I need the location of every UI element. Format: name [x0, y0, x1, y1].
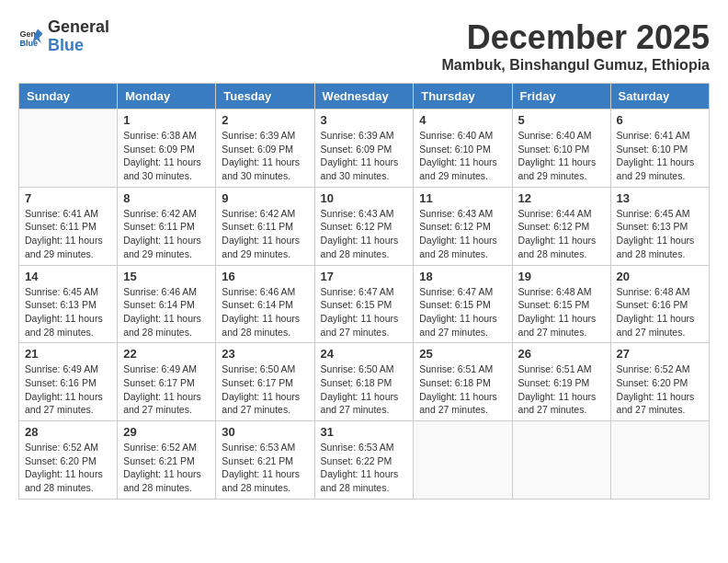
- day-info: Sunrise: 6:42 AM Sunset: 6:11 PM Dayligh…: [222, 207, 308, 261]
- calendar-cell: 2Sunrise: 6:39 AM Sunset: 6:09 PM Daylig…: [216, 109, 314, 188]
- day-number: 25: [419, 347, 506, 361]
- calendar-cell: 14Sunrise: 6:45 AM Sunset: 6:13 PM Dayli…: [19, 265, 118, 343]
- day-info: Sunrise: 6:42 AM Sunset: 6:11 PM Dayligh…: [123, 207, 210, 261]
- day-info: Sunrise: 6:41 AM Sunset: 6:11 PM Dayligh…: [25, 207, 111, 261]
- day-info: Sunrise: 6:48 AM Sunset: 6:15 PM Dayligh…: [518, 285, 605, 339]
- day-info: Sunrise: 6:46 AM Sunset: 6:14 PM Dayligh…: [222, 285, 308, 339]
- day-number: 4: [419, 113, 506, 127]
- day-number: 28: [25, 425, 111, 439]
- calendar-cell: 3Sunrise: 6:39 AM Sunset: 6:09 PM Daylig…: [314, 109, 414, 188]
- day-number: 20: [617, 270, 703, 283]
- day-number: 9: [222, 191, 308, 205]
- day-info: Sunrise: 6:51 AM Sunset: 6:18 PM Dayligh…: [419, 362, 506, 417]
- calendar-header-row: SundayMondayTuesdayWednesdayThursdayFrid…: [19, 84, 710, 109]
- calendar-cell: 31Sunrise: 6:53 AM Sunset: 6:22 PM Dayli…: [314, 421, 414, 500]
- day-info: Sunrise: 6:47 AM Sunset: 6:15 PM Dayligh…: [321, 285, 408, 339]
- calendar-header-tuesday: Tuesday: [216, 84, 314, 109]
- day-info: Sunrise: 6:50 AM Sunset: 6:17 PM Dayligh…: [222, 362, 308, 417]
- calendar-cell: 21Sunrise: 6:49 AM Sunset: 6:16 PM Dayli…: [19, 343, 118, 421]
- day-number: 1: [123, 113, 210, 127]
- calendar-cell: 24Sunrise: 6:50 AM Sunset: 6:18 PM Dayli…: [314, 343, 414, 421]
- day-number: 15: [123, 270, 210, 283]
- calendar-cell: 4Sunrise: 6:40 AM Sunset: 6:10 PM Daylig…: [414, 109, 512, 188]
- calendar-cell: 26Sunrise: 6:51 AM Sunset: 6:19 PM Dayli…: [512, 343, 610, 421]
- day-number: 17: [321, 270, 408, 283]
- day-info: Sunrise: 6:52 AM Sunset: 6:21 PM Dayligh…: [123, 441, 210, 495]
- day-info: Sunrise: 6:49 AM Sunset: 6:16 PM Dayligh…: [25, 362, 111, 417]
- calendar-cell: 15Sunrise: 6:46 AM Sunset: 6:14 PM Dayli…: [118, 265, 216, 343]
- day-number: 12: [518, 191, 605, 205]
- calendar-cell: 29Sunrise: 6:52 AM Sunset: 6:21 PM Dayli…: [118, 421, 216, 500]
- day-number: 13: [617, 191, 703, 205]
- day-info: Sunrise: 6:46 AM Sunset: 6:14 PM Dayligh…: [123, 285, 210, 339]
- day-number: 22: [123, 347, 210, 361]
- calendar-cell: 5Sunrise: 6:40 AM Sunset: 6:10 PM Daylig…: [512, 109, 610, 188]
- day-info: Sunrise: 6:45 AM Sunset: 6:13 PM Dayligh…: [25, 285, 111, 339]
- calendar-header-monday: Monday: [118, 84, 216, 109]
- day-number: 30: [222, 425, 308, 439]
- calendar-cell: 1Sunrise: 6:38 AM Sunset: 6:09 PM Daylig…: [118, 109, 216, 188]
- calendar-cell: 12Sunrise: 6:44 AM Sunset: 6:12 PM Dayli…: [512, 187, 610, 265]
- calendar-week-row: 21Sunrise: 6:49 AM Sunset: 6:16 PM Dayli…: [19, 343, 710, 421]
- day-number: 3: [321, 113, 408, 127]
- day-number: 5: [518, 113, 605, 127]
- day-number: 16: [222, 270, 308, 283]
- calendar-week-row: 28Sunrise: 6:52 AM Sunset: 6:20 PM Dayli…: [19, 421, 710, 500]
- day-info: Sunrise: 6:49 AM Sunset: 6:17 PM Dayligh…: [123, 362, 210, 417]
- calendar-cell: 22Sunrise: 6:49 AM Sunset: 6:17 PM Dayli…: [118, 343, 216, 421]
- day-info: Sunrise: 6:43 AM Sunset: 6:12 PM Dayligh…: [321, 207, 408, 261]
- calendar-cell: [610, 421, 709, 500]
- day-info: Sunrise: 6:45 AM Sunset: 6:13 PM Dayligh…: [617, 207, 703, 261]
- day-info: Sunrise: 6:43 AM Sunset: 6:12 PM Dayligh…: [419, 207, 506, 261]
- day-info: Sunrise: 6:52 AM Sunset: 6:20 PM Dayligh…: [617, 362, 703, 417]
- day-number: 24: [321, 347, 408, 361]
- day-number: 6: [617, 113, 703, 127]
- calendar-cell: 27Sunrise: 6:52 AM Sunset: 6:20 PM Dayli…: [610, 343, 709, 421]
- calendar-cell: [512, 421, 610, 500]
- calendar-cell: 13Sunrise: 6:45 AM Sunset: 6:13 PM Dayli…: [610, 187, 709, 265]
- day-number: 2: [222, 113, 308, 127]
- calendar-cell: 11Sunrise: 6:43 AM Sunset: 6:12 PM Dayli…: [414, 187, 512, 265]
- calendar-header-saturday: Saturday: [610, 84, 709, 109]
- day-info: Sunrise: 6:51 AM Sunset: 6:19 PM Dayligh…: [518, 362, 605, 417]
- day-info: Sunrise: 6:41 AM Sunset: 6:10 PM Dayligh…: [617, 129, 703, 183]
- day-info: Sunrise: 6:50 AM Sunset: 6:18 PM Dayligh…: [321, 362, 408, 417]
- logo-text: General Blue: [48, 18, 109, 55]
- calendar-cell: [414, 421, 512, 500]
- month-title: December 2025: [109, 18, 710, 57]
- calendar-cell: 9Sunrise: 6:42 AM Sunset: 6:11 PM Daylig…: [216, 187, 314, 265]
- calendar: SundayMondayTuesdayWednesdayThursdayFrid…: [18, 83, 710, 500]
- day-number: 27: [617, 347, 703, 361]
- header-right: December 2025 Mambuk, Binshangul Gumuz, …: [109, 18, 710, 74]
- calendar-week-row: 1Sunrise: 6:38 AM Sunset: 6:09 PM Daylig…: [19, 109, 710, 188]
- day-info: Sunrise: 6:52 AM Sunset: 6:20 PM Dayligh…: [25, 441, 111, 495]
- day-info: Sunrise: 6:47 AM Sunset: 6:15 PM Dayligh…: [419, 285, 506, 339]
- logo-icon: Gene Blue: [18, 24, 44, 50]
- calendar-cell: 28Sunrise: 6:52 AM Sunset: 6:20 PM Dayli…: [19, 421, 118, 500]
- calendar-week-row: 7Sunrise: 6:41 AM Sunset: 6:11 PM Daylig…: [19, 187, 710, 265]
- calendar-cell: 18Sunrise: 6:47 AM Sunset: 6:15 PM Dayli…: [414, 265, 512, 343]
- day-number: 10: [321, 191, 408, 205]
- calendar-header-sunday: Sunday: [19, 84, 118, 109]
- day-number: 26: [518, 347, 605, 361]
- calendar-header-friday: Friday: [512, 84, 610, 109]
- calendar-cell: 25Sunrise: 6:51 AM Sunset: 6:18 PM Dayli…: [414, 343, 512, 421]
- day-number: 31: [321, 425, 408, 439]
- day-info: Sunrise: 6:40 AM Sunset: 6:10 PM Dayligh…: [419, 129, 506, 183]
- day-info: Sunrise: 6:53 AM Sunset: 6:21 PM Dayligh…: [222, 441, 308, 495]
- calendar-cell: 10Sunrise: 6:43 AM Sunset: 6:12 PM Dayli…: [314, 187, 414, 265]
- calendar-cell: 20Sunrise: 6:48 AM Sunset: 6:16 PM Dayli…: [610, 265, 709, 343]
- day-info: Sunrise: 6:38 AM Sunset: 6:09 PM Dayligh…: [123, 129, 210, 183]
- day-number: 14: [25, 270, 111, 283]
- calendar-cell: 7Sunrise: 6:41 AM Sunset: 6:11 PM Daylig…: [19, 187, 118, 265]
- calendar-cell: 19Sunrise: 6:48 AM Sunset: 6:15 PM Dayli…: [512, 265, 610, 343]
- calendar-cell: 30Sunrise: 6:53 AM Sunset: 6:21 PM Dayli…: [216, 421, 314, 500]
- day-info: Sunrise: 6:48 AM Sunset: 6:16 PM Dayligh…: [617, 285, 703, 339]
- day-info: Sunrise: 6:44 AM Sunset: 6:12 PM Dayligh…: [518, 207, 605, 261]
- day-number: 7: [25, 191, 111, 205]
- calendar-cell: [19, 109, 118, 188]
- location-title: Mambuk, Binshangul Gumuz, Ethiopia: [109, 57, 710, 74]
- day-number: 29: [123, 425, 210, 439]
- calendar-cell: 8Sunrise: 6:42 AM Sunset: 6:11 PM Daylig…: [118, 187, 216, 265]
- calendar-cell: 16Sunrise: 6:46 AM Sunset: 6:14 PM Dayli…: [216, 265, 314, 343]
